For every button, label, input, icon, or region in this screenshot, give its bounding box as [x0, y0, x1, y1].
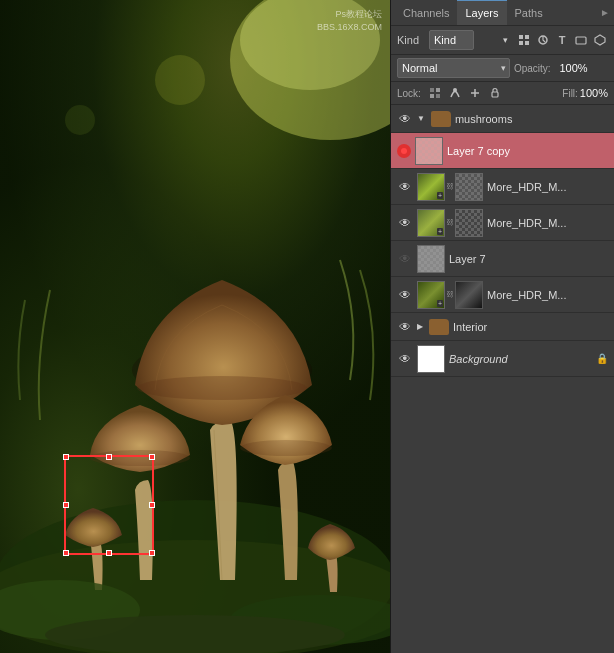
layer-background-label: Background [449, 353, 592, 365]
shape-icon[interactable] [573, 32, 589, 48]
selection-handle-tr[interactable] [149, 454, 155, 460]
layer-thumb-hdr3b [455, 281, 483, 309]
visibility-icon-interior[interactable]: 👁 [397, 319, 413, 335]
layer-thumb-hdr3: + [417, 281, 445, 309]
layer-hdr3-label: More_HDR_M... [487, 289, 608, 301]
layer-thumb-hdr2b [455, 209, 483, 237]
panel-menu-icon[interactable]: ► [600, 7, 610, 18]
thumb-chain-group-1: + ⛓ [417, 173, 483, 201]
tabs-row: Channels Layers Paths ► [391, 0, 614, 26]
selection-handle-tm[interactable] [106, 454, 112, 460]
layers-list[interactable]: 👁 ▼ mushrooms Layer 7 copy 👁 [391, 105, 614, 653]
svg-rect-17 [519, 41, 523, 45]
selection-handle-lm[interactable] [63, 502, 69, 508]
lock-transparent-icon[interactable] [427, 85, 443, 101]
selection-handle-tl[interactable] [63, 454, 69, 460]
svg-point-27 [401, 148, 407, 154]
smart-filter-icon[interactable] [592, 32, 608, 48]
svg-rect-15 [519, 35, 523, 39]
group-expand-icon[interactable]: ▼ [417, 114, 425, 123]
lock-paint-icon[interactable] [447, 85, 463, 101]
layer-group-mushrooms[interactable]: 👁 ▼ mushrooms [391, 105, 614, 133]
canvas-area: Ps教程论坛 BBS.16X8.COM [0, 0, 390, 653]
layers-panel: Channels Layers Paths ► Kind Kind T [390, 0, 614, 653]
svg-point-25 [453, 88, 457, 92]
layer-7-copy-label: Layer 7 copy [447, 145, 608, 157]
layer-thumb-background [417, 345, 445, 373]
layer-hdr-3[interactable]: 👁 + ⛓ More_HDR_M... [391, 277, 614, 313]
chain-link-1: ⛓ [445, 182, 455, 192]
layer-group-mushrooms-label: mushrooms [455, 113, 608, 125]
layer-group-interior-label: Interior [453, 321, 608, 333]
background-lock-icon: 🔒 [596, 353, 608, 364]
svg-rect-20 [576, 37, 586, 44]
lock-icons [427, 85, 503, 101]
canvas-image: Ps教程论坛 BBS.16X8.COM [0, 0, 390, 653]
opacity-label: Opacity: [514, 63, 551, 74]
blend-mode-select[interactable]: Normal [397, 58, 510, 78]
kind-select-wrapper: Kind [429, 30, 512, 50]
selection-handle-bm[interactable] [106, 550, 112, 556]
visibility-icon-hdr1[interactable]: 👁 [397, 179, 413, 195]
visibility-icon-hdr3[interactable]: 👁 [397, 287, 413, 303]
mushroom-svg [0, 0, 390, 653]
type-icon[interactable]: T [554, 32, 570, 48]
visibility-icon-background[interactable]: 👁 [397, 351, 413, 367]
blend-mode-wrapper: Normal [397, 58, 510, 78]
fill-value[interactable]: 100% [580, 87, 608, 99]
layer-hdr1-label: More_HDR_M... [487, 181, 608, 193]
lock-fill-row: Lock: Fill: 100% [391, 82, 614, 105]
selection-handle-rm[interactable] [149, 502, 155, 508]
selection-handle-br[interactable] [149, 550, 155, 556]
visibility-icon-layer7[interactable]: 👁 [397, 251, 413, 267]
tab-paths[interactable]: Paths [507, 0, 551, 25]
lock-position-icon[interactable] [467, 85, 483, 101]
svg-rect-23 [430, 94, 434, 98]
tab-channels[interactable]: Channels [395, 0, 457, 25]
adjustment-icon[interactable] [535, 32, 551, 48]
thumb-chain-group-2: + ⛓ [417, 209, 483, 237]
kind-icons: T [516, 32, 608, 48]
kind-label: Kind [397, 34, 425, 46]
layer-background[interactable]: 👁 Background 🔒 [391, 341, 614, 377]
kind-row: Kind Kind T [391, 26, 614, 55]
layer-thumb-hdr1: + [417, 173, 445, 201]
svg-point-7 [137, 376, 307, 400]
visibility-icon-hdr2[interactable]: 👁 [397, 215, 413, 231]
layer-7-label: Layer 7 [449, 253, 608, 265]
layer-thumb-hdr2: + [417, 209, 445, 237]
visibility-icon-mushrooms[interactable]: 👁 [397, 111, 413, 127]
svg-rect-24 [436, 94, 440, 98]
svg-point-13 [155, 55, 205, 105]
layer-thumb-7-copy [415, 137, 443, 165]
selection-handle-bl[interactable] [63, 550, 69, 556]
selection-box[interactable] [64, 455, 154, 555]
layer-7-copy[interactable]: Layer 7 copy [391, 133, 614, 169]
thumb-chain-group-3: + ⛓ [417, 281, 483, 309]
lock-label: Lock: [397, 88, 421, 99]
tab-layers[interactable]: Layers [457, 0, 506, 25]
kind-select[interactable]: Kind [429, 30, 474, 50]
opacity-group: Opacity: 100% [514, 62, 608, 74]
group-folder-icon-mushrooms [431, 111, 451, 127]
layer-group-interior[interactable]: 👁 ▶ Interior [391, 313, 614, 341]
fill-label: Fill: [562, 88, 578, 99]
layer-7[interactable]: 👁 Layer 7 [391, 241, 614, 277]
active-indicator-icon [397, 144, 411, 158]
group-expand-icon-interior[interactable]: ▶ [417, 322, 423, 331]
filter-pixel-icon[interactable] [516, 32, 532, 48]
layer-thumb-hdr1b [455, 173, 483, 201]
svg-rect-16 [525, 35, 529, 39]
blend-opacity-row: Normal Opacity: 100% [391, 55, 614, 82]
svg-point-14 [65, 105, 95, 135]
watermark: Ps教程论坛 BBS.16X8.COM [317, 8, 382, 33]
fill-group: Fill: 100% [562, 87, 608, 99]
lock-all-icon[interactable] [487, 85, 503, 101]
layer-hdr-1[interactable]: 👁 + ⛓ More_HDR_M... [391, 169, 614, 205]
opacity-value[interactable]: 100% [553, 62, 588, 74]
svg-rect-21 [430, 88, 434, 92]
chain-link-2: ⛓ [445, 218, 455, 228]
layer-hdr-2[interactable]: 👁 + ⛓ More_HDR_M... [391, 205, 614, 241]
group-folder-icon-interior [429, 319, 449, 335]
svg-rect-22 [436, 88, 440, 92]
